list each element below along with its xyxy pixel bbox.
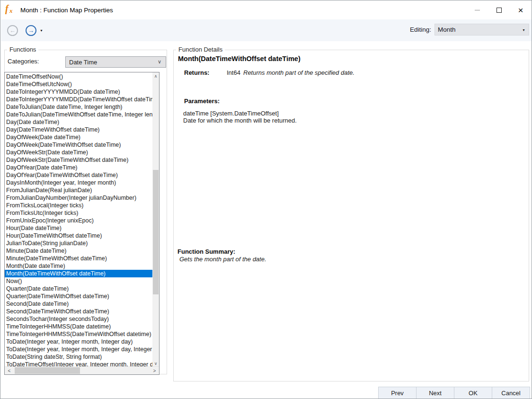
maximize-button[interactable] — [488, 0, 510, 19]
list-item[interactable]: Hour(Date dateTime) — [5, 224, 152, 232]
list-item[interactable]: TimeToIntegerHHMMSS(Date datetime) — [5, 323, 152, 330]
function-list: DateTimeOffsetNow()DateTimeOffsetUtcNow(… — [4, 72, 160, 375]
list-item[interactable]: Now() — [5, 277, 152, 285]
functions-groupbox-title: Functions — [7, 46, 38, 53]
list-item[interactable]: ToDate(Integer year, Integer month, Inte… — [5, 338, 152, 346]
list-item[interactable]: FromTicksLocal(Integer ticks) — [5, 202, 152, 209]
ok-button[interactable]: OK — [454, 387, 492, 399]
returns-label: Returns: — [184, 69, 209, 76]
list-item[interactable]: Minute(DateTimeWithOffset dateTime) — [5, 255, 152, 262]
minimize-button[interactable] — [466, 0, 488, 19]
list-item[interactable]: FromUnixEpoc(Integer unixEpoc) — [5, 217, 152, 224]
window-controls: × — [466, 0, 532, 19]
forward-button[interactable]: → — [26, 25, 36, 36]
function-list-items: DateTimeOffsetNow()DateTimeOffsetUtcNow(… — [5, 73, 152, 366]
list-item[interactable]: ToDate(String dateStr, String format) — [5, 353, 152, 361]
categories-dropdown[interactable]: Date Time ∨ — [65, 56, 166, 68]
functions-groupbox: Functions Categories: Date Time ∨ DateTi… — [4, 50, 167, 374]
list-item[interactable]: DateTimeOffsetNow() — [5, 73, 152, 80]
back-arrow-icon: ← — [9, 27, 16, 34]
vertical-scrollbar-thumb[interactable] — [153, 170, 159, 294]
list-item[interactable]: DayOfYear(DateTimeWithOffset dateTime) — [5, 171, 152, 179]
categories-label: Categories: — [8, 58, 39, 65]
list-item[interactable]: Day(Date dateTime) — [5, 118, 152, 126]
chevron-down-icon: ∨ — [158, 59, 161, 65]
parameters-label: Parameters: — [184, 98, 220, 105]
close-button[interactable]: × — [510, 0, 532, 19]
list-item[interactable]: FromJulianDate(Real julianDate) — [5, 186, 152, 194]
list-item[interactable]: DateToJulian(Date dateTime, Integer leng… — [5, 103, 152, 111]
function-map-properties-dialog: f x Month : Function Map Properties × ← … — [0, 0, 532, 399]
list-item[interactable]: DateTimeOffsetUtcNow() — [5, 80, 152, 88]
list-item[interactable]: Hour(DateTimeWithOffset dateTime) — [5, 232, 152, 239]
list-item[interactable]: TimeToIntegerHHMMSS(DateTimeWithOffset d… — [5, 330, 152, 338]
scroll-down-icon[interactable]: ∨ — [152, 360, 159, 367]
window-title: Month : Function Map Properties — [20, 7, 113, 14]
list-item[interactable]: Day(DateTimeWithOffset dateTime) — [5, 126, 152, 133]
list-item[interactable]: DateToIntegerYYYYMMDD(Date dateTime) — [5, 88, 152, 96]
cancel-button[interactable]: Cancel — [492, 387, 530, 399]
categories-dropdown-value: Date Time — [69, 59, 97, 66]
parameter-name: dateTime [System.DateTimeOffset] — [183, 110, 279, 117]
list-item[interactable]: ToDate(Integer year, Integer month, Inte… — [5, 346, 152, 353]
vertical-scrollbar[interactable]: ∧ ∨ — [152, 72, 159, 367]
list-item[interactable]: DateToJulian(DateTimeWithOffset dateTime… — [5, 111, 152, 118]
parameter-description: Date for which the month will be returne… — [183, 117, 297, 124]
dropdown-arrow-icon: ▼ — [522, 28, 525, 32]
list-item[interactable]: DayOfWeek(DateTimeWithOffset dateTime) — [5, 141, 152, 149]
titlebar: f x Month : Function Map Properties × — [0, 0, 532, 19]
list-item[interactable]: Quarter(DateTimeWithOffset dateTime) — [5, 293, 152, 300]
function-summary-label: Function Summary: — [177, 248, 235, 255]
back-button[interactable]: ← — [7, 25, 18, 36]
list-item[interactable]: DaysInMonth(Integer year, Integer month) — [5, 179, 152, 186]
list-item[interactable]: DayOfWeekStr(DateTimeWithOffset dateTime… — [5, 156, 152, 164]
function-signature-heading: Month(DateTimeWithOffset dateTime) — [178, 55, 301, 62]
horizontal-scrollbar-thumb[interactable] — [15, 367, 80, 374]
list-item[interactable]: Second(DateTimeWithOffset dateTime) — [5, 308, 152, 315]
list-item[interactable]: Second(Date dateTime) — [5, 300, 152, 308]
fx-app-icon: f x — [5, 5, 18, 15]
function-summary-text: Gets the month part of the date. — [179, 256, 266, 263]
maximize-icon — [497, 8, 502, 13]
returns-type: Int64 — [227, 69, 240, 76]
list-item[interactable]: ToDateTimeOffset(Integer year, Integer m… — [5, 361, 152, 366]
list-item[interactable]: Quarter(Date dateTime) — [5, 285, 152, 293]
editing-label: Editing: — [410, 26, 431, 33]
forward-arrow-icon: → — [28, 27, 34, 34]
list-item[interactable]: FromJulianDayNumber(Integer julianDayNum… — [5, 194, 152, 202]
function-details-groupbox: Function Details Month(DateTimeWithOffse… — [173, 50, 529, 381]
list-item[interactable]: FromTicksUtc(Integer ticks) — [5, 209, 152, 217]
prev-button[interactable]: Prev — [378, 387, 417, 399]
toolbar: ← → ▼ Editing: Month ▼ — [1, 19, 532, 41]
forward-dropdown-caret-icon[interactable]: ▼ — [40, 29, 43, 32]
returns-description: Returns month part of the specified date… — [243, 69, 355, 76]
list-item[interactable]: DayOfWeek(Date dateTime) — [5, 133, 152, 141]
list-item[interactable]: SecondsTochar(Integer secondsToday) — [5, 315, 152, 323]
next-button[interactable]: Next — [416, 387, 454, 399]
function-details-groupbox-title: Function Details — [176, 46, 225, 53]
scroll-right-icon[interactable]: > — [151, 367, 158, 374]
horizontal-scrollbar[interactable]: < > — [5, 366, 159, 374]
list-item[interactable]: Month(DateTimeWithOffset dateTime) — [5, 270, 152, 277]
list-item[interactable]: JulianToDate(String julianDate) — [5, 239, 152, 247]
list-item[interactable]: DateToIntegerYYYYMMDD(DateTimeWithOffset… — [5, 96, 152, 103]
minimize-icon — [475, 10, 480, 10]
scroll-up-icon[interactable]: ∧ — [152, 72, 159, 80]
list-item[interactable]: Month(Date dateTime) — [5, 262, 152, 270]
editing-section: Editing: Month ▼ — [410, 24, 529, 35]
footer-button-bar: PrevNextOKCancel — [379, 387, 530, 399]
editing-dropdown-value: Month — [438, 26, 456, 33]
list-item[interactable]: DayOfWeekStr(Date dateTime) — [5, 149, 152, 156]
close-icon: × — [518, 6, 523, 15]
editing-dropdown[interactable]: Month ▼ — [434, 24, 529, 35]
list-item[interactable]: Minute(Date dateTime) — [5, 247, 152, 255]
scroll-left-icon[interactable]: < — [6, 367, 13, 374]
list-item[interactable]: DayOfYear(Date dateTime) — [5, 164, 152, 171]
